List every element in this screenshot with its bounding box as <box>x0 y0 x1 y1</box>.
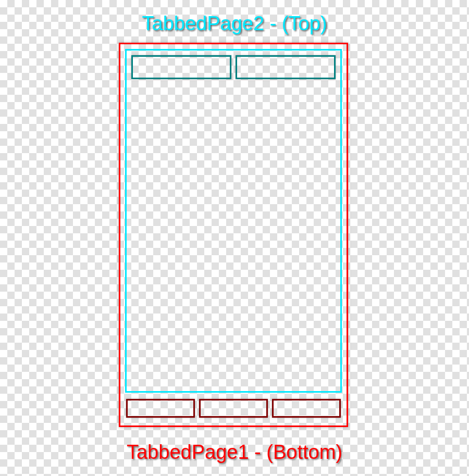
top-tab-2[interactable] <box>236 55 336 79</box>
bottom-tab-1[interactable] <box>126 399 195 418</box>
bottom-tabs-container <box>125 399 342 418</box>
tabbedpage2-outline <box>125 49 342 393</box>
top-tabs-container <box>131 55 336 79</box>
bottom-label: TabbedPage1 - (Bottom) <box>0 441 469 464</box>
bottom-tab-3[interactable] <box>272 399 341 418</box>
bottom-tab-2[interactable] <box>199 399 268 418</box>
top-label: TabbedPage2 - (Top) <box>0 12 469 35</box>
top-tab-1[interactable] <box>131 55 231 79</box>
